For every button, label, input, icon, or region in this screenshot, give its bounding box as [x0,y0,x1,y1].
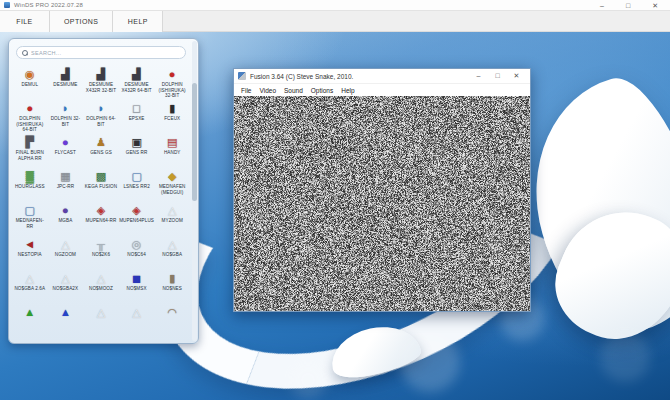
fusion-maximize-button[interactable]: □ [488,69,507,83]
launcher-item-dolphin-ishiiruka-32-bit[interactable]: ●DOLPHIN (ISHIIRUKA) 32-BIT [154,65,190,99]
launcher-item-no-gba-2-6a[interactable]: △NO$GBA 2.6A [12,269,48,303]
minimize-button[interactable]: – [600,0,604,11]
launcher-item-label: NO$MSX [127,286,147,292]
desmume-icon: ▟ [61,68,69,81]
launcher-item-no-gba[interactable]: △NO$GBA [154,235,190,269]
gens-rr-icon: ▣ [131,136,141,149]
launcher-item-mgba[interactable]: ●MGBA [48,201,84,235]
launcher-item[interactable]: △ [83,303,119,337]
fusion-menu-help[interactable]: Help [337,87,358,94]
launcher-item-fceux[interactable]: ▮FCEUX [154,99,190,133]
launcher-item-label: GENS GS [90,150,112,156]
launcher-item-flycast[interactable]: ●FLYCAST [48,133,84,167]
fusion-close-button[interactable]: ✕ [507,69,526,83]
launcher-item-label: KEGA FUSION [85,184,117,190]
launcher-item-no-msx[interactable]: ◼NO$MSX [119,269,155,303]
fusion-menu-options[interactable]: Options [307,87,337,94]
close-button[interactable]: ✕ [652,0,658,11]
launcher-item-desmume[interactable]: ▟DESMUME [48,65,84,99]
demul-icon: ◉ [25,68,35,81]
launcher-item-label: MYZOOM [162,218,183,224]
launcher-item-dolphin-ishiiruka-64-bit[interactable]: ●DOLPHIN (ISHIIRUKA) 64-BIT [12,99,48,133]
launcher-item-label: FLYCAST [55,150,76,156]
launcher-item-label: DESMUME X432R 32-BIT [83,82,118,93]
launcher-item-mednafen-medgui[interactable]: ◆MEDNAFEN (MEDGUI) [154,167,190,201]
launcher-item-jpc-rr[interactable]: ▦JPC-RR [48,167,84,201]
launcher-item-mednafen-rr[interactable]: ▢MEDNAFEN-RR [12,201,48,235]
fusion-menu-sound[interactable]: Sound [280,87,307,94]
bokeh-light [600,332,650,382]
launcher-item-label: NO$GBA 2.6A [14,286,45,292]
launcher-item-dolphin-64-bit[interactable]: ◗DOLPHIN 64-BIT [83,99,119,133]
launcher-item-no-2k6[interactable]: ╥NO$2K6 [83,235,119,269]
scrollbar-thumb[interactable] [192,83,197,201]
launcher-item-mupen64-rr[interactable]: ◈MUPEN64-RR [83,201,119,235]
app-titlebar: WinDS PRO 2022.07.28 – □ ✕ [0,0,670,11]
gens-gs-icon: ♟ [96,136,106,149]
launcher-item-demul[interactable]: ◉DEMUL [12,65,48,99]
launcher-item-desmume-x432r-64-bit[interactable]: ▟DESMUME X432R 64-BIT [119,65,155,99]
desmume-icon: ▟ [132,68,140,81]
launcher-item[interactable]: ◠ [154,303,190,337]
flycast-icon: ● [62,136,69,149]
nones-cartridge-icon: ▮ [169,272,175,285]
nogba-triangle-icon: △ [168,238,176,251]
launcher-item-hourglass[interactable]: ▓HOURGLASS [12,167,48,201]
launcher-item-mupen64plus[interactable]: ◈MUPEN64PLUS [119,201,155,235]
launcher-item-gens-rr[interactable]: ▣GENS RR [119,133,155,167]
launcher-item-dolphin-32-bit[interactable]: ◗DOLPHIN 32-BIT [48,99,84,133]
menu-options[interactable]: OPTIONS [50,11,113,32]
launcher-item-nestopia[interactable]: ◄NESTOPIA [12,235,48,269]
menu-file[interactable]: FILE [0,11,50,32]
launcher-item-label: MEDNAFEN (MEDGUI) [155,184,190,195]
launcher-item[interactable]: ▲ [12,303,48,337]
launcher-item-no-gba2x[interactable]: △NO$GBA2X [48,269,84,303]
dolphin-ishiiruka-icon: ● [26,102,33,115]
launcher-item-ngzoom[interactable]: △NGZOOM [48,235,84,269]
launcher-item-label: JPC-RR [57,184,74,190]
launcher-item-label: DESMUME [53,82,77,88]
launcher-item-label: NO$NES [162,286,182,292]
nomooz-triangle-icon: △ [97,272,105,285]
launcher-item-lsnes-rr2[interactable]: ▢LSNES RR2 [119,167,155,201]
launcher-item-label: FCEUX [164,116,180,122]
launcher-item-myzoom[interactable]: △MYZOOM [154,201,190,235]
launcher-item-label: NO$MOOZ [89,286,113,292]
launcher-item[interactable]: △ [119,303,155,337]
emulator-grid: ◉DEMUL▟DESMUME▟DESMUME X432R 32-BIT▟DESM… [12,65,190,337]
launcher-item-label: HANDY [164,150,181,156]
maximize-button[interactable]: □ [626,0,630,11]
launcher-item-no-nes[interactable]: ▮NO$NES [154,269,190,303]
ngzoom-triangle-icon: △ [61,238,69,251]
mednafen-rr-icon: ▢ [25,204,35,217]
launcher-item-label: MUPEN64PLUS [119,218,154,224]
kega-fusion-icon: ▩ [96,170,106,183]
launcher-item-no-c64[interactable]: ◎NO$C64 [119,235,155,269]
nogba-triangle-icon: △ [26,272,34,285]
launcher-item-gens-gs[interactable]: ♟GENS GS [83,133,119,167]
launcher-item[interactable]: ▲ [48,303,84,337]
fusion-minimize-button[interactable]: – [469,69,488,83]
launcher-item-desmume-x432r-32-bit[interactable]: ▟DESMUME X432R 32-BIT [83,65,119,99]
nestopia-zapper-icon: ◄ [24,238,35,251]
app-icon [4,2,10,8]
bokeh-light [290,362,326,398]
fusion-menubar: FileVideoSoundOptionsHelp [234,84,530,96]
launcher-item-label: LSNES RR2 [123,184,149,190]
fusion-window-controls: – □ ✕ [469,69,526,83]
launcher-item-label: DOLPHIN (ISHIIRUKA) 32-BIT [155,82,190,99]
launcher-item-label: EPSXE [129,116,145,122]
fusion-menu-file[interactable]: File [237,87,255,94]
fusion-menu-video[interactable]: Video [255,87,280,94]
blue-mountain-icon: ▲ [60,306,71,319]
hourglass-icon: ▓ [26,170,34,183]
launcher-item-handy[interactable]: ▤HANDY [154,133,190,167]
menu-help[interactable]: HELP [113,11,163,32]
bokeh-light [400,332,460,392]
launcher-item-label: NO$GBA [162,252,182,258]
launcher-item-final-burn-alpha-rr[interactable]: ▛FINAL BURN ALPHA RR [12,133,48,167]
launcher-item-no-mooz[interactable]: △NO$MOOZ [83,269,119,303]
launcher-item-kega-fusion[interactable]: ▩KEGA FUSION [83,167,119,201]
search-input[interactable] [31,50,180,56]
launcher-item-epsxe[interactable]: ◻EPSXE [119,99,155,133]
